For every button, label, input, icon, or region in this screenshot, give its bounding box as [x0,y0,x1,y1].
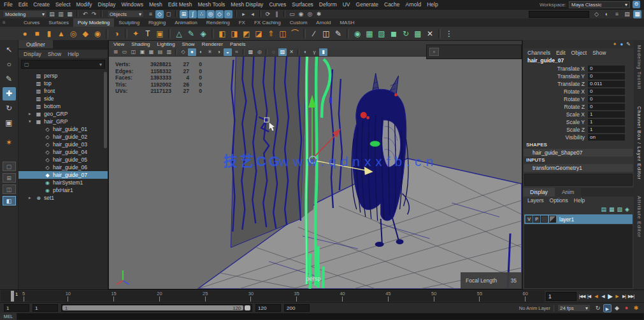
shelf-tab[interactable]: MASH [335,18,359,27]
step-back-frame-button[interactable]: |◀ [585,292,592,300]
shelf-tab[interactable]: Sculpting [114,18,144,27]
ipr-render-icon[interactable]: ◎ [306,10,314,18]
timeline-tick[interactable]: 35 [294,291,299,302]
outliner-menu-item[interactable]: Show [48,51,61,57]
outliner-item[interactable]: ◇ hair_guide_03 [18,141,108,148]
snap-to-curve-icon[interactable]: ∫ [189,10,197,18]
scale-tool-icon[interactable]: ▣ [3,116,16,130]
status-icon[interactable] [235,10,237,17]
channel-label[interactable]: Translate Z [557,81,585,87]
outliner-item[interactable]: ◇ hair_guide_06 [18,163,108,171]
shelf-icon[interactable] [106,29,108,39]
type-tool-icon[interactable]: T [142,28,154,39]
anim-layer-label[interactable]: No Anim Layer [519,305,550,311]
menu-item[interactable]: Generate [356,1,378,8]
select-tool-icon[interactable]: ↖ [3,43,16,57]
flood-smooth-icon[interactable]: ▦ [364,28,375,39]
layer-editor-menu-item[interactable]: Help [574,197,585,204]
new-scene-icon[interactable]: ▤ [48,10,56,18]
combine-icon[interactable]: ◨ [229,28,240,39]
shelf-tab[interactable]: Rigging [144,18,170,27]
timeline-tick[interactable]: 55 [477,291,482,302]
range-slider-bar[interactable]: 1 120 [61,304,252,312]
poly-plane-icon[interactable]: ◆ [80,28,91,39]
outliner-item[interactable]: ▥ front [18,87,108,95]
modeling-toolkit-icon[interactable]: ◇ [592,10,601,18]
playback-end-field[interactable]: 120 [255,304,281,312]
side-tab[interactable]: Modeling Toolkit [636,45,642,90]
channel-value-field[interactable]: 1 [588,111,625,118]
outliner-item[interactable]: ◇ hair_guide_04 [18,148,108,156]
timeline-tick[interactable]: 15 [111,291,116,302]
play-forward-button[interactable]: ▶ [606,292,613,300]
delete-layer-icon[interactable]: ◈ [625,206,629,212]
viewport-menu-item[interactable]: Lighting [157,41,175,47]
joint-xray-icon[interactable]: ✕ [287,48,296,56]
shelf-tab[interactable]: Surfaces [44,18,73,27]
channel-label[interactable]: Translate X [557,66,585,72]
textured-icon[interactable]: ◐ [197,48,205,56]
shelf-tab[interactable]: Curves [19,18,44,27]
display-layer-row[interactable]: VP layer1 [524,214,633,224]
viewport-menu-item[interactable]: Renderer [202,41,223,47]
menu-item[interactable]: Display [98,1,116,8]
xray-icon[interactable]: ▨ [278,48,287,56]
attribute-editor-icon[interactable]: ▤ [623,10,631,18]
channel-value-field[interactable]: 0.011 [588,81,625,87]
texture-fill-icon[interactable]: ◈ [197,28,209,39]
workspace-settings-icon[interactable]: ⚙ [633,1,640,8]
channel-value-field[interactable]: 0 [588,104,625,110]
poly-remesh-icon[interactable]: ◼ [388,28,399,39]
timeline-tick[interactable]: 25 [203,291,208,302]
step-forward-frame-button[interactable]: ▶| [620,292,627,300]
channel-value-field[interactable]: 1 [588,119,625,125]
channel-value-field[interactable]: on [588,134,625,141]
shelf-overflow-icon[interactable]: ⋮ [443,28,455,39]
poly-cone-icon[interactable]: ▲ [55,28,67,39]
poly-cylinder-icon[interactable]: ▮ [43,28,55,39]
shelf-tab[interactable]: FX [234,18,250,27]
menu-item[interactable]: Create [33,1,50,8]
auto-key-icon[interactable]: ● [622,304,631,312]
smooth-mesh-icon[interactable]: ◪ [253,28,264,39]
super-shape-icon[interactable]: ✦ [130,28,141,39]
show-channels-icon[interactable]: ✦ [613,41,617,48]
timeline-tick[interactable]: 60 [523,291,528,302]
poly-sphere-icon[interactable]: ● [19,28,31,39]
retopology-icon[interactable]: ▩ [412,28,424,39]
channel-box-menu-item[interactable]: Edit [556,50,566,56]
poly-helix-icon[interactable]: ◉ [92,28,103,39]
viewport-menu-item[interactable]: Panels [230,41,245,47]
save-scene-icon[interactable]: ▦ [66,10,74,18]
bevel-icon[interactable]: ◫ [277,28,289,39]
safe-title-icon[interactable]: ▥ [165,48,173,56]
layer-color-swatch[interactable] [549,216,556,223]
menu-item[interactable]: Mesh Tools [198,1,225,8]
cached-playback-icon[interactable]: ▶ [603,304,612,312]
multi-cut-icon[interactable]: ∕ [308,28,320,39]
timeline-tick[interactable]: 45 [385,291,390,302]
channel-box-menu-item[interactable]: Object [571,50,587,56]
viewport-renderer-badge[interactable]: ▮ [319,48,327,56]
render-current-frame-icon[interactable]: ◉ [297,10,305,18]
selection-mask-select[interactable]: Objects▾ [107,10,144,18]
outliner-item[interactable]: ◆ hair_guide_07 [18,171,108,179]
menu-item[interactable]: Deform [319,1,337,8]
layer-toggle[interactable]: P [533,216,540,223]
viewport-toolbar-icon[interactable] [297,49,299,55]
command-line-input[interactable] [17,314,643,319]
use-all-lights-icon[interactable]: ✳ [206,48,214,56]
animation-end-field[interactable]: 200 [284,304,310,312]
outliner-item[interactable]: ▥ top [18,80,108,87]
shelf-icon[interactable] [347,29,349,39]
shelf-icon[interactable] [438,29,441,39]
menu-item[interactable]: Mesh [149,1,162,8]
paint-select-tool-icon[interactable]: ✎ [3,73,16,86]
wireframe-icon[interactable]: ◇ [179,48,187,56]
shadows-icon[interactable]: ◑ [215,48,223,56]
set-key-icon[interactable]: ◆ [613,304,621,312]
shaded-icon[interactable]: ● [188,48,196,56]
gate-mask-icon[interactable]: ▣ [138,48,147,56]
timeline-tick[interactable]: 40 [340,291,345,302]
svg-tool-icon[interactable]: ▣ [154,28,166,39]
